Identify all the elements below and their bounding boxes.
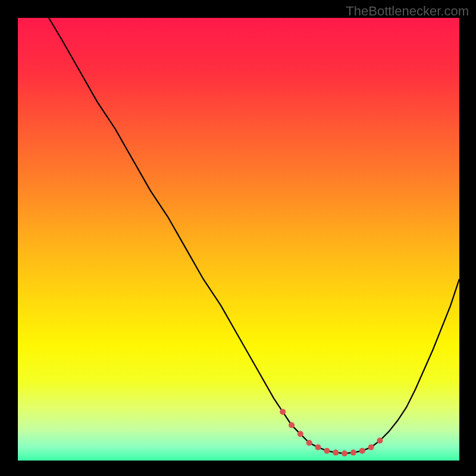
highlight-dot	[350, 450, 356, 456]
highlight-dot	[368, 444, 374, 450]
highlight-dot	[333, 450, 339, 456]
highlight-dot	[280, 409, 286, 415]
highlight-dot	[377, 438, 383, 444]
highlight-dot	[324, 448, 330, 454]
highlight-dots	[18, 18, 459, 461]
highlight-dot	[289, 422, 295, 428]
attribution-label: TheBottlenecker.com	[346, 4, 469, 19]
chart-plot-area	[18, 18, 459, 461]
highlight-dot	[342, 450, 347, 456]
highlight-dot	[315, 444, 321, 450]
highlight-dot	[306, 440, 312, 446]
highlight-dot	[359, 448, 365, 454]
highlight-dot	[298, 431, 303, 437]
